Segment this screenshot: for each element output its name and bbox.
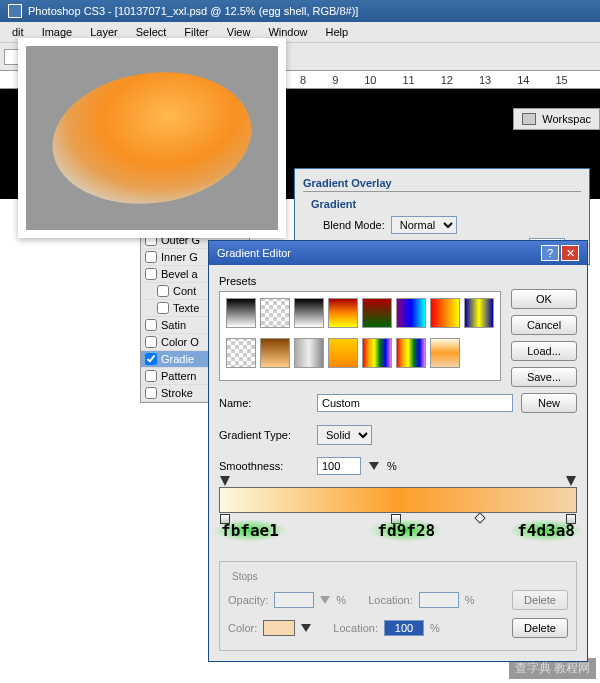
type-row: Gradient Type: Solid <box>219 419 577 451</box>
hex-label-2: fd9f28 <box>369 519 443 542</box>
preset-swatch[interactable] <box>328 298 358 328</box>
name-input[interactable] <box>317 394 513 412</box>
preset-swatch[interactable] <box>226 338 256 368</box>
ok-button[interactable]: OK <box>511 289 577 309</box>
blend-mode-label: Blend Mode: <box>323 219 385 231</box>
stop-opacity-label: Opacity: <box>228 594 268 606</box>
presets-label: Presets <box>219 275 501 291</box>
gradient-fill <box>220 488 576 512</box>
smoothness-row: Smoothness: % <box>219 451 577 481</box>
close-button[interactable]: ✕ <box>561 245 579 261</box>
preset-swatch[interactable] <box>260 338 290 368</box>
stop-loc2-input[interactable] <box>384 620 424 636</box>
blend-mode-select[interactable]: Normal <box>391 216 457 234</box>
dropdown-icon[interactable] <box>301 624 311 632</box>
preview-window <box>18 38 286 238</box>
menu-help[interactable]: Help <box>318 24 357 40</box>
opacity-stop[interactable] <box>566 476 576 486</box>
dialog-title: Gradient Editor <box>217 247 291 259</box>
name-label: Name: <box>219 397 309 409</box>
color-chip[interactable] <box>263 620 295 636</box>
type-label: Gradient Type: <box>219 429 309 441</box>
title-bar: Photoshop CS3 - [10137071_xxl.psd @ 12.5… <box>0 0 600 22</box>
dialog-titlebar[interactable]: Gradient Editor ? ✕ <box>209 241 587 265</box>
stop-color-label: Color: <box>228 622 257 634</box>
workspace-button[interactable]: Workspac <box>513 108 600 130</box>
help-button[interactable]: ? <box>541 245 559 261</box>
app-icon <box>8 4 22 18</box>
gradient-editor-dialog: Gradient Editor ? ✕ Presets <box>208 240 588 662</box>
name-row: Name: New <box>219 387 577 419</box>
hex-label-3: f4d3a8 <box>509 519 583 542</box>
opacity-stop[interactable] <box>220 476 230 486</box>
stop-loc1-input <box>419 592 459 608</box>
egg-shape <box>44 60 260 217</box>
smoothness-label: Smoothness: <box>219 460 309 472</box>
preset-swatch[interactable] <box>430 298 460 328</box>
gradient-bar[interactable] <box>219 487 577 513</box>
delete-button: Delete <box>512 590 568 610</box>
grad-overlay-sub: Gradient <box>303 196 581 214</box>
save-button[interactable]: Save... <box>511 367 577 387</box>
preset-swatch[interactable] <box>294 338 324 368</box>
stops-group: Stops Opacity: % Location: % Delete Colo… <box>219 561 577 651</box>
stops-label: Stops <box>228 571 262 582</box>
window-title: Photoshop CS3 - [10137071_xxl.psd @ 12.5… <box>28 5 358 17</box>
type-select[interactable]: Solid <box>317 425 372 445</box>
stop-loc1-label: Location: <box>368 594 413 606</box>
cancel-button[interactable]: Cancel <box>511 315 577 335</box>
smoothness-input[interactable] <box>317 457 361 475</box>
workspace-label: Workspac <box>542 113 591 125</box>
preset-swatch[interactable] <box>396 298 426 328</box>
color-stop-row: Color: Location: % Delete <box>228 614 568 642</box>
dropdown-icon[interactable] <box>369 462 379 470</box>
grad-overlay-header: Gradient Overlay <box>303 177 581 192</box>
preset-swatch[interactable] <box>226 298 256 328</box>
preset-swatch[interactable] <box>362 338 392 368</box>
stop-opacity-input <box>274 592 314 608</box>
preset-swatch[interactable] <box>294 298 324 328</box>
blend-mode-row: Blend Mode: Normal <box>303 214 581 236</box>
dropdown-icon <box>320 596 330 604</box>
preview-canvas <box>26 46 278 230</box>
delete-button[interactable]: Delete <box>512 618 568 638</box>
stop-loc2-label: Location: <box>333 622 378 634</box>
presets-grid <box>219 291 501 381</box>
preset-swatch[interactable] <box>328 338 358 368</box>
workspace-icon <box>522 113 536 125</box>
preset-swatch[interactable] <box>464 298 494 328</box>
preset-swatch[interactable] <box>362 298 392 328</box>
preset-swatch[interactable] <box>430 338 460 368</box>
preset-swatch[interactable] <box>396 338 426 368</box>
new-button[interactable]: New <box>521 393 577 413</box>
load-button[interactable]: Load... <box>511 341 577 361</box>
hex-label-1: fbfae1 <box>213 519 287 542</box>
preset-swatch[interactable] <box>260 298 290 328</box>
opacity-stop-row: Opacity: % Location: % Delete <box>228 586 568 614</box>
